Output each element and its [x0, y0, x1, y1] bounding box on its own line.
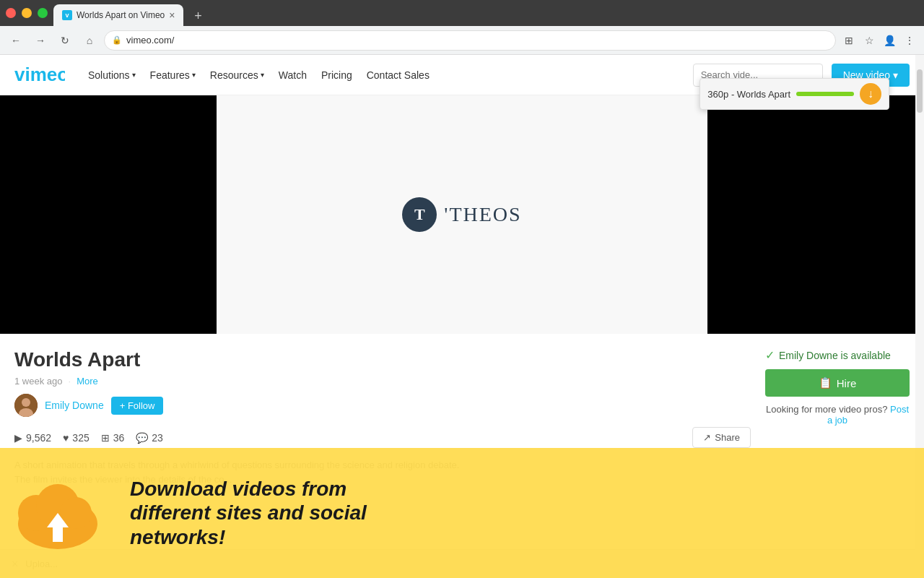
forward-button[interactable]: →	[30, 30, 51, 51]
browser-tabs: v Worlds Apart on Vimeo × +	[53, 0, 208, 26]
availability-text: Emily Downe is available	[779, 350, 891, 361]
hire-label: Hire	[837, 377, 857, 389]
nav-contact-sales[interactable]: Contact Sales	[367, 69, 430, 81]
availability-badge: ✓ Emily Downe is available	[765, 348, 910, 362]
nav-features[interactable]: Features ▾	[150, 69, 196, 81]
play-icon: ▶	[14, 432, 22, 444]
new-video-chevron: ▾	[893, 69, 898, 81]
download-popup-overlay: Download videos from different sites and…	[0, 448, 924, 578]
back-button[interactable]: ←	[6, 30, 26, 51]
secure-icon: 🔒	[112, 35, 122, 45]
post-job-text: Looking for more video pros? Post a job	[765, 404, 910, 426]
download-tooltip-text: 360p - Worlds Apart	[707, 89, 790, 100]
comment-icon: 💬	[136, 432, 148, 444]
vimeo-logo[interactable]: vimeo	[14, 65, 65, 85]
svg-point-2	[22, 398, 30, 407]
theos-name: 'THEOS	[444, 203, 521, 226]
download-popup-text: Download videos from different sites and…	[116, 462, 924, 564]
video-title: Worlds Apart	[14, 348, 751, 371]
theos-logo: T 'THEOS	[402, 197, 521, 232]
plays-count: 9,562	[26, 432, 51, 444]
nav-solutions[interactable]: Solutions ▾	[88, 69, 136, 81]
tab-close-btn[interactable]: ×	[169, 9, 175, 21]
bookmark-icon: ⊞	[101, 432, 110, 444]
download-button[interactable]: ↓	[860, 83, 881, 105]
share-label: Share	[715, 432, 740, 443]
creator-avatar	[14, 394, 38, 417]
theos-circle: T	[402, 197, 437, 232]
posted-time: 1 week ago	[14, 376, 63, 387]
settings-icon[interactable]: ⋮	[901, 32, 918, 49]
window-controls	[6, 8, 48, 18]
download-tooltip: 360p - Worlds Apart ↓	[699, 78, 889, 110]
comments-stat: 💬 23	[136, 432, 163, 444]
toolbar-icons: ⊞ ☆ 👤 ⋮	[840, 32, 918, 49]
maximize-window-btn[interactable]	[38, 8, 48, 18]
video-left-black	[0, 95, 217, 334]
browser-titlebar: v Worlds Apart on Vimeo × +	[0, 0, 924, 26]
browser-toolbar: ← → ↻ ⌂ 🔒 vimeo.com/ ⊞ ☆ 👤 ⋮	[0, 26, 924, 55]
nav-watch[interactable]: Watch	[279, 69, 307, 81]
creator-row: Emily Downe + Follow	[14, 394, 751, 417]
check-icon: ✓	[765, 348, 775, 362]
cloud-download-svg	[11, 473, 105, 553]
page-content-wrapper: vimeo Solutions ▾ Features ▾ Resources ▾	[0, 55, 924, 578]
vimeo-page: vimeo Solutions ▾ Features ▾ Resources ▾	[0, 55, 924, 578]
url-text: vimeo.com/	[126, 35, 828, 46]
nav-resources[interactable]: Resources ▾	[210, 69, 264, 81]
home-button[interactable]: ⌂	[79, 30, 100, 51]
download-popup-icon	[0, 473, 116, 553]
creator-name[interactable]: Emily Downe	[45, 400, 104, 411]
likes-count: 325	[72, 432, 89, 444]
video-player[interactable]: T 'THEOS	[0, 95, 924, 334]
address-bar[interactable]: 🔒 vimeo.com/	[104, 30, 836, 51]
nav-menu: Solutions ▾ Features ▾ Resources ▾ Watch	[88, 69, 430, 81]
plays-stat: ▶ 9,562	[14, 432, 51, 444]
likes-stat: ♥ 325	[63, 432, 90, 444]
video-right-black	[707, 95, 924, 334]
video-meta: 1 week ago · More	[14, 376, 751, 387]
download-popup-heading: Download videos from different sites and…	[130, 477, 910, 550]
browser-frame: v Worlds Apart on Vimeo × + ← → ↻ ⌂ 🔒 vi…	[0, 0, 924, 578]
comments-count: 23	[152, 432, 163, 444]
refresh-button[interactable]: ↻	[55, 30, 75, 51]
new-tab-button[interactable]: +	[188, 6, 208, 26]
more-link[interactable]: More	[77, 376, 98, 387]
tab-favicon: v	[62, 10, 72, 20]
share-icon: ↗	[703, 432, 711, 443]
svg-text:vimeo: vimeo	[14, 65, 65, 85]
briefcase-icon: 📋	[819, 376, 832, 389]
stats-row: ▶ 9,562 ♥ 325 ⊞ 36 💬 23	[14, 427, 751, 448]
share-button[interactable]: ↗ Share	[692, 427, 751, 448]
nav-pricing[interactable]: Pricing	[321, 69, 352, 81]
active-tab[interactable]: v Worlds Apart on Vimeo ×	[53, 4, 183, 26]
minimize-window-btn[interactable]	[22, 8, 32, 18]
close-window-btn[interactable]	[6, 8, 16, 18]
scrollbar-thumb[interactable]	[917, 69, 923, 113]
profile-icon[interactable]: 👤	[881, 32, 898, 49]
tab-title: Worlds Apart on Vimeo	[77, 10, 165, 20]
follow-button[interactable]: + Follow	[111, 397, 164, 415]
bookmark-icon[interactable]: ☆	[860, 32, 878, 49]
hire-button[interactable]: 📋 Hire	[765, 369, 910, 397]
extensions-icon[interactable]: ⊞	[840, 32, 858, 49]
video-center: T 'THEOS	[217, 95, 707, 334]
collections-count: 36	[113, 432, 125, 444]
download-progress-bar	[796, 92, 854, 96]
collections-stat: ⊞ 36	[101, 432, 125, 444]
heart-icon: ♥	[63, 432, 69, 444]
